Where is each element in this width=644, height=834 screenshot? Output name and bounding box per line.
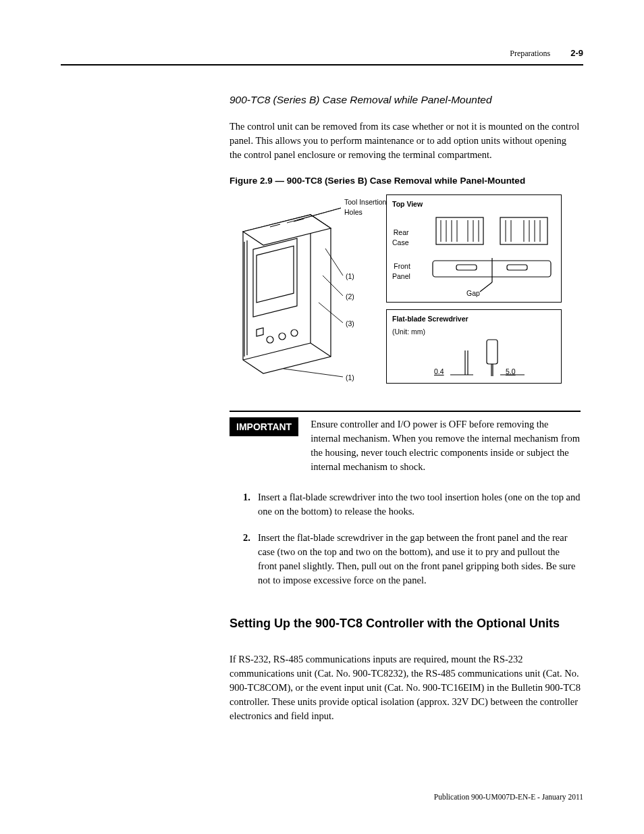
label-gap: Gap bbox=[466, 288, 480, 298]
svg-rect-38 bbox=[507, 265, 527, 270]
publication-footer: Publication 900-UM007D-EN-E - January 20… bbox=[434, 791, 583, 803]
page-header: Preparations 2-9 bbox=[61, 47, 583, 60]
intro-paragraph: The control unit can be removed from its… bbox=[230, 120, 581, 162]
important-rule bbox=[230, 411, 581, 412]
label-callout-2: (2) bbox=[346, 292, 354, 302]
svg-line-40 bbox=[480, 282, 492, 292]
header-rule bbox=[61, 64, 583, 66]
label-front-panel: Front Panel bbox=[392, 261, 410, 282]
label-callout-1: (1) bbox=[346, 271, 354, 282]
label-callout-1b: (1) bbox=[346, 373, 354, 383]
label-dim-04: 0.4 bbox=[434, 367, 444, 377]
svg-line-16 bbox=[297, 208, 341, 220]
top-view-title: Top View bbox=[392, 199, 556, 209]
figure-device-iso: Tool Insertion Holes (1) (2) (3) (1) bbox=[230, 194, 378, 390]
important-text: Ensure controller and I/O power is OFF b… bbox=[311, 417, 581, 474]
screwdriver-unit: (Unit: mm) bbox=[392, 327, 556, 337]
device-iso-svg bbox=[230, 194, 378, 390]
label-dim-50: 5.0 bbox=[506, 367, 516, 377]
important-badge: IMPORTANT bbox=[230, 417, 298, 436]
svg-rect-8 bbox=[257, 246, 294, 303]
panel-top-view: Top View bbox=[386, 194, 562, 303]
svg-line-20 bbox=[284, 369, 343, 377]
top-view-svg bbox=[392, 212, 554, 300]
main-content: 900-TC8 (Series B) Case Removal while Pa… bbox=[230, 93, 581, 723]
step-1: Insert a flat-blade screwdriver into the… bbox=[243, 490, 581, 519]
figure-right-column: Top View bbox=[386, 194, 562, 390]
svg-rect-21 bbox=[436, 217, 483, 244]
header-section-name: Preparations bbox=[510, 48, 550, 59]
label-callout-3: (3) bbox=[346, 319, 354, 329]
label-tool-holes: Tool Insertion Holes bbox=[344, 197, 386, 217]
section-body: If RS-232, RS-485 communications inputs … bbox=[230, 652, 581, 723]
svg-rect-41 bbox=[487, 340, 498, 364]
svg-rect-37 bbox=[456, 265, 477, 270]
figure-2-9: Tool Insertion Holes (1) (2) (3) (1) Top… bbox=[230, 194, 581, 390]
screwdriver-svg bbox=[392, 337, 554, 382]
screwdriver-title: Flat-blade Screwdriver bbox=[392, 314, 556, 324]
step-2: Insert the flat-blade screwdriver in the… bbox=[243, 531, 581, 588]
subheading: 900-TC8 (Series B) Case Removal while Pa… bbox=[230, 93, 581, 107]
figure-caption: Figure 2.9 — 900-TC8 (Series B) Case Rem… bbox=[230, 174, 581, 188]
important-block: IMPORTANT Ensure controller and I/O powe… bbox=[230, 417, 581, 474]
header-page-number: 2-9 bbox=[570, 47, 583, 60]
label-rear-case: Rear Case bbox=[392, 228, 409, 248]
section-heading: Setting Up the 900-TC8 Controller with t… bbox=[230, 615, 581, 632]
procedure-steps: Insert a flat-blade screwdriver into the… bbox=[243, 490, 581, 588]
panel-screwdriver: Flat-blade Screwdriver (Unit: mm) bbox=[386, 309, 562, 384]
